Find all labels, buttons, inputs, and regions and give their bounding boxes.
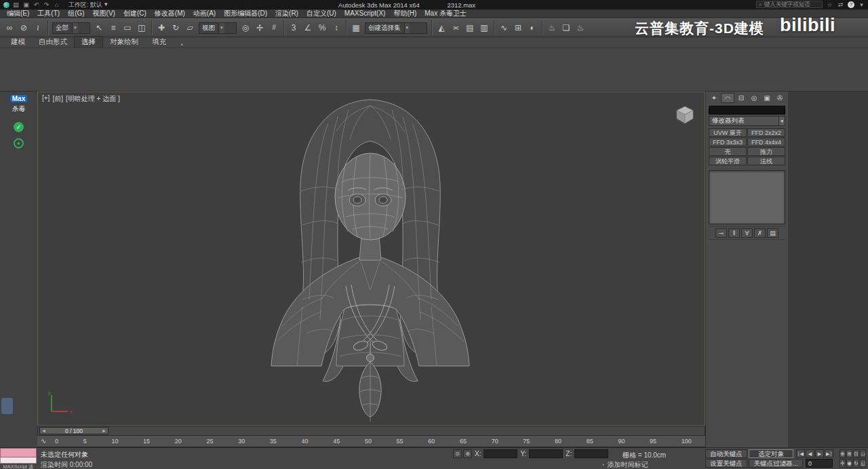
y-field[interactable] [529,449,563,458]
modifier-button[interactable]: FFD 2x2x2 [747,128,785,137]
play-icon[interactable]: ▶ [815,449,824,457]
viewport-menu-view[interactable]: [前] [52,94,63,104]
ribbon-minimize-icon[interactable]: ▪ [178,41,186,47]
rectangular-region-icon[interactable]: ▭ [121,21,134,35]
percent-snap-icon[interactable]: % [315,21,329,35]
utilities-tab-icon[interactable]: ✇ [774,93,786,103]
modifier-button[interactable]: 法线 [747,157,785,165]
undo-icon[interactable]: ↶ [33,1,40,8]
reference-coordsys-dropdown[interactable]: 视图 ▾ [199,22,237,34]
show-end-result-icon[interactable]: ‖ [728,228,740,238]
render-production-icon[interactable]: ♨ [574,21,587,35]
make-unique-icon[interactable]: ∀ [741,228,753,238]
modifier-stack-list[interactable] [709,170,785,224]
motion-tab-icon[interactable]: ◎ [748,93,760,103]
key-filters-button[interactable]: 关键点过滤器... [749,459,803,468]
select-by-name-icon[interactable]: ≡ [106,21,120,35]
pivot-center-icon[interactable]: ◎ [239,21,252,35]
ribbon-tab[interactable]: 选择 [74,36,103,47]
open-icon[interactable]: ▤ [12,1,20,8]
antivirus-scan-icon[interactable]: ● [14,138,24,148]
select-object-icon[interactable]: ↖ [92,21,106,35]
menu-item[interactable]: MAXScript(X) [340,9,390,18]
help-icon[interactable]: ? [848,1,854,8]
workspace-dropdown[interactable]: 工作区: 默认 ▾ [68,1,108,9]
remove-modifier-icon[interactable]: ✗ [754,228,766,238]
menu-item[interactable]: 修改器(M) [151,9,189,18]
modifier-button[interactable]: FFD 3x3x3 [709,138,747,146]
curve-editor-icon[interactable]: ∿ [497,21,511,35]
mirror-icon[interactable]: ◭ [435,21,448,35]
previous-frame-icon[interactable]: ◄ [41,428,46,433]
zoom-region-icon[interactable]: ▭ [860,449,866,458]
go-to-end-icon[interactable]: ▶∣ [825,449,833,457]
viewcube[interactable] [675,104,695,125]
set-key-button[interactable]: 设置关键点 [705,459,747,468]
keyboard-override-icon[interactable]: # [267,21,281,35]
ribbon-tab[interactable]: 填充 [145,37,173,47]
menu-item[interactable]: Max 杀毒卫士 [420,9,471,18]
menu-item[interactable]: 帮助(H) [389,9,420,18]
modifier-button[interactable]: 推力 [747,147,785,156]
edit-selection-sets-icon[interactable]: ▦ [349,21,363,35]
app-icon[interactable] [3,2,9,8]
time-slider[interactable]: ◄ 0 / 100 ► [39,427,108,434]
star-icon[interactable]: ☆ [826,1,833,8]
macro-recorder-field[interactable] [0,448,37,457]
maximize-viewport-icon[interactable]: ◱ [860,459,866,468]
ribbon-toggle-icon[interactable]: ▥ [477,21,491,35]
menu-item[interactable]: 创建(C) [119,9,151,18]
go-to-start-icon[interactable]: ∣◀ [796,449,805,457]
display-tab-icon[interactable]: ▣ [761,93,773,103]
modify-tab-icon[interactable]: ◠ [721,93,734,103]
x-field[interactable] [484,449,517,458]
modifier-list-dropdown[interactable]: 修改器列表 ▾ [709,116,785,126]
ribbon-tab[interactable]: 自由形式 [32,37,74,47]
maxscript-mini-listener[interactable]: MAXScript 迷 [0,448,37,469]
z-field[interactable] [574,449,608,458]
select-rotate-icon[interactable]: ↻ [169,21,182,35]
modifier-button[interactable]: FFD 4x4x4 [747,138,785,146]
viewport[interactable]: [+] [前] [明暗处理 + 边面 ] x y [37,91,705,426]
angle-snap-icon[interactable]: ∠ [301,21,315,35]
pan-icon[interactable]: ✛ [840,459,846,468]
antivirus-check-icon[interactable]: ✓ [14,122,24,132]
select-move-icon[interactable]: ✚ [155,21,168,35]
viewport-menu-shading[interactable]: [明暗处理 + 边面 ] [66,94,120,104]
absolute-offset-toggle[interactable]: ⊕ [463,449,472,458]
menu-item[interactable]: 动画(A) [189,9,220,18]
zoom-icon[interactable]: ⊕ [840,449,846,458]
ribbon-tab[interactable]: 对象绘制 [103,37,145,47]
create-tab-icon[interactable]: ✦ [708,93,720,103]
track-bar[interactable]: ∿ 05101520253035404550556065707580859095… [37,436,705,447]
auto-key-button[interactable]: 自动关键点 [705,449,747,458]
zoom-all-icon[interactable]: ⊞ [846,449,852,458]
render-setup-icon[interactable]: ♨ [545,21,559,35]
selection-filter-dropdown[interactable]: 全部 ▾ [52,22,90,34]
pin-stack-icon[interactable]: ⊸ [715,228,727,238]
modifier-button[interactable]: 壳 [709,147,747,156]
schematic-view-icon[interactable]: ⊞ [511,21,525,35]
menu-item[interactable]: 工具(T) [33,9,64,18]
current-frame-field[interactable] [806,459,833,468]
viewport-menu-general[interactable]: [+] [42,94,50,104]
next-frame-icon[interactable]: ► [102,428,106,433]
modifier-button[interactable]: UVW 展开 [709,128,747,137]
modifier-button[interactable]: 涡轮平滑 [709,157,747,165]
search-input[interactable]: ⌕ 键入关键字或短语 [756,1,823,8]
menu-item[interactable]: 渲染(R) [271,9,302,18]
select-scale-icon[interactable]: ▱ [183,21,197,35]
snap-3d-icon[interactable]: 3 [287,21,300,35]
menu-item[interactable]: 视图(V) [89,9,119,18]
time-slider-track[interactable]: ◄ 0 / 100 ► [37,426,705,436]
hierarchy-tab-icon[interactable]: ⊟ [735,93,747,103]
rendered-frame-icon[interactable]: ❏ [559,21,573,35]
listener-field[interactable] [0,457,37,464]
material-editor-icon[interactable]: ◐ [526,21,539,35]
unlink-icon[interactable]: ⊘ [17,21,31,35]
orbit-icon[interactable]: ↻ [853,459,859,468]
select-link-icon[interactable]: ∞ [3,21,16,35]
layer-manager-icon[interactable]: ▤ [463,21,477,35]
menu-item[interactable]: 自定义(U) [302,9,340,18]
zoom-extents-icon[interactable]: ⊡ [853,449,859,458]
